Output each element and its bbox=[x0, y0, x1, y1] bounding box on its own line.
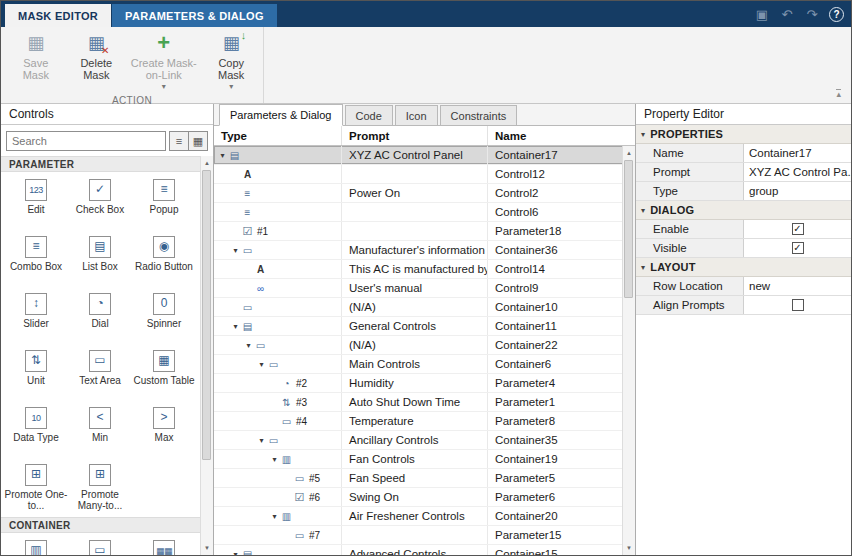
name-cell[interactable]: Container11 bbox=[488, 317, 623, 335]
tree-row-Container20[interactable]: ▾▥Air Freshener ControlsContainer20 bbox=[214, 507, 623, 526]
list-view-icon[interactable]: ≡ bbox=[169, 131, 189, 151]
control-item-unit-control[interactable]: ⇅Unit bbox=[4, 346, 68, 403]
tree-row-Container10[interactable]: ▭(N/A)Container10 bbox=[214, 298, 623, 317]
name-cell[interactable]: Parameter6 bbox=[488, 488, 623, 506]
prompt-cell[interactable]: Power On bbox=[342, 184, 488, 202]
scroll-up-icon[interactable]: ▲ bbox=[623, 147, 635, 159]
tree-row-Container11[interactable]: ▾▤General ControlsContainer11 bbox=[214, 317, 623, 336]
tab-mask-editor[interactable]: MASK EDITOR bbox=[5, 4, 111, 27]
tree-row-Container22[interactable]: ▾▭(N/A)Container22 bbox=[214, 336, 623, 355]
visible-checkbox[interactable]: ✓ bbox=[792, 242, 804, 254]
name-cell[interactable]: Parameter8 bbox=[488, 412, 623, 430]
scroll-up-icon[interactable]: ▲ bbox=[201, 157, 213, 169]
save-icon[interactable]: ▣ bbox=[754, 6, 770, 22]
delete-mask-button[interactable]: ▦✕ Delete Mask bbox=[68, 31, 126, 83]
name-cell[interactable]: Parameter15 bbox=[488, 526, 623, 544]
scroll-down-icon[interactable]: ▼ bbox=[623, 542, 635, 554]
control-item-radio-button[interactable]: ◉Radio Button bbox=[132, 232, 196, 289]
control-item-custom-table[interactable]: ▦Custom Table bbox=[132, 346, 196, 403]
prompt-cell[interactable]: This AC is manufactured by... bbox=[342, 260, 488, 278]
align-prompts-checkbox[interactable] bbox=[792, 299, 804, 311]
name-cell[interactable]: Control14 bbox=[488, 260, 623, 278]
prompt-cell[interactable]: XYZ AC Control Panel bbox=[342, 146, 488, 164]
name-cell[interactable]: Container6 bbox=[488, 355, 623, 373]
name-cell[interactable]: Container10 bbox=[488, 298, 623, 316]
tree-row-Parameter8[interactable]: ▭#4TemperatureParameter8 bbox=[214, 412, 623, 431]
container-item[interactable]: ▦▦ bbox=[132, 536, 196, 555]
create-mask-on-link-button[interactable]: + Create Mask-on-Link ▾ bbox=[128, 31, 199, 93]
prompt-cell[interactable]: Temperature bbox=[342, 412, 488, 430]
prompt-cell[interactable]: Main Controls bbox=[342, 355, 488, 373]
prompt-cell[interactable]: Ancillary Controls bbox=[342, 431, 488, 449]
tree-row-Container36[interactable]: ▾▭Manufacturer's informationContainer36 bbox=[214, 241, 623, 260]
control-item-check-box[interactable]: ✓Check Box bbox=[68, 175, 132, 232]
scrollbar-thumb[interactable] bbox=[624, 160, 633, 298]
name-cell[interactable]: Parameter1 bbox=[488, 393, 623, 411]
prompt-cell[interactable]: Humidity bbox=[342, 374, 488, 392]
tree-row-Control14[interactable]: AThis AC is manufactured by...Control14 bbox=[214, 260, 623, 279]
grid-view-icon[interactable]: ▦ bbox=[188, 131, 208, 151]
control-item-text-area[interactable]: ▭Text Area bbox=[68, 346, 132, 403]
tab-code[interactable]: Code bbox=[345, 105, 393, 125]
property-section-dialog[interactable]: ▾DIALOG bbox=[636, 201, 851, 220]
container-item[interactable]: ▥ bbox=[4, 536, 68, 555]
prompt-cell[interactable] bbox=[342, 203, 488, 221]
enable-checkbox[interactable]: ✓ bbox=[792, 223, 804, 235]
prompt-cell[interactable] bbox=[342, 526, 488, 544]
prompt-cell[interactable]: User's manual bbox=[342, 279, 488, 297]
tree-row-Control2[interactable]: ≡Power OnControl2 bbox=[214, 184, 623, 203]
prompt-cell[interactable] bbox=[342, 222, 488, 240]
name-cell[interactable]: Container17 bbox=[488, 146, 623, 164]
property-value[interactable]: XYZ AC Control Pa... bbox=[744, 163, 851, 181]
tab-icon[interactable]: Icon bbox=[395, 105, 438, 125]
tree-row-Container17[interactable]: ▾▤XYZ AC Control PanelContainer17 bbox=[214, 146, 623, 165]
name-cell[interactable]: Container20 bbox=[488, 507, 623, 525]
collapse-arrow-icon[interactable]: ▾ bbox=[256, 436, 267, 445]
control-item-popup[interactable]: ≡Popup bbox=[132, 175, 196, 232]
control-item-list-box[interactable]: ▤List Box bbox=[68, 232, 132, 289]
tree-row-Parameter1[interactable]: ⇅#3Auto Shut Down TimeParameter1 bbox=[214, 393, 623, 412]
collapse-arrow-icon[interactable]: ▾ bbox=[269, 455, 280, 464]
tree-row-Parameter5[interactable]: ▭#5Fan SpeedParameter5 bbox=[214, 469, 623, 488]
prompt-cell[interactable]: (N/A) bbox=[342, 336, 488, 354]
control-item-data-type[interactable]: 10Data Type bbox=[4, 403, 68, 460]
collapse-arrow-icon[interactable]: ▾ bbox=[217, 151, 228, 160]
tree-row-Container35[interactable]: ▾▭Ancillary ControlsContainer35 bbox=[214, 431, 623, 450]
controls-scrollbar[interactable]: ▲ ▼ bbox=[200, 156, 213, 555]
tree-row-Control6[interactable]: ≡Control6 bbox=[214, 203, 623, 222]
control-item-combo-box[interactable]: ≡Combo Box bbox=[4, 232, 68, 289]
collapse-arrow-icon[interactable]: ▾ bbox=[243, 341, 254, 350]
tree-row-Container15[interactable]: ▾▤Advanced ControlsContainer15 bbox=[214, 545, 623, 555]
redo-icon[interactable]: ↷ bbox=[804, 6, 820, 22]
tab-constraints[interactable]: Constraints bbox=[440, 105, 518, 125]
prompt-cell[interactable]: Manufacturer's information bbox=[342, 241, 488, 259]
tab-parameters-dialog[interactable]: PARAMETERS & DIALOG bbox=[112, 4, 277, 27]
property-value[interactable]: new bbox=[744, 277, 851, 295]
tree-row-Control9[interactable]: ∞User's manualControl9 bbox=[214, 279, 623, 298]
tree-row-Container19[interactable]: ▾▥Fan ControlsContainer19 bbox=[214, 450, 623, 469]
collapse-arrow-icon[interactable]: ▾ bbox=[230, 550, 241, 556]
prompt-cell[interactable]: Fan Controls bbox=[342, 450, 488, 468]
control-item-promote-many[interactable]: ⊞Promote Many-to... bbox=[68, 460, 132, 517]
scroll-down-icon[interactable]: ▼ bbox=[201, 542, 213, 554]
collapse-arrow-icon[interactable]: ▾ bbox=[256, 360, 267, 369]
name-cell[interactable]: Control9 bbox=[488, 279, 623, 297]
undo-icon[interactable]: ↶ bbox=[779, 6, 795, 22]
name-cell[interactable]: Parameter5 bbox=[488, 469, 623, 487]
collapse-arrow-icon[interactable]: ▾ bbox=[230, 246, 241, 255]
control-item-edit-control[interactable]: 123Edit bbox=[4, 175, 68, 232]
prompt-cell[interactable]: Advanced Controls bbox=[342, 545, 488, 555]
control-item-max[interactable]: >Max bbox=[132, 403, 196, 460]
property-value[interactable]: group bbox=[744, 182, 851, 200]
name-cell[interactable]: Control2 bbox=[488, 184, 623, 202]
prompt-cell[interactable]: General Controls bbox=[342, 317, 488, 335]
collapse-arrow-icon[interactable]: ▾ bbox=[269, 512, 280, 521]
prompt-cell[interactable] bbox=[342, 165, 488, 183]
name-cell[interactable]: Container36 bbox=[488, 241, 623, 259]
parameter-section-header[interactable]: PARAMETER bbox=[1, 156, 200, 172]
save-mask-button[interactable]: ▦ Save Mask bbox=[7, 31, 65, 83]
name-cell[interactable]: Control6 bbox=[488, 203, 623, 221]
tree-row-Control12[interactable]: AControl12 bbox=[214, 165, 623, 184]
control-item-min[interactable]: <Min bbox=[68, 403, 132, 460]
property-section-properties[interactable]: ▾PROPERTIES bbox=[636, 125, 851, 144]
